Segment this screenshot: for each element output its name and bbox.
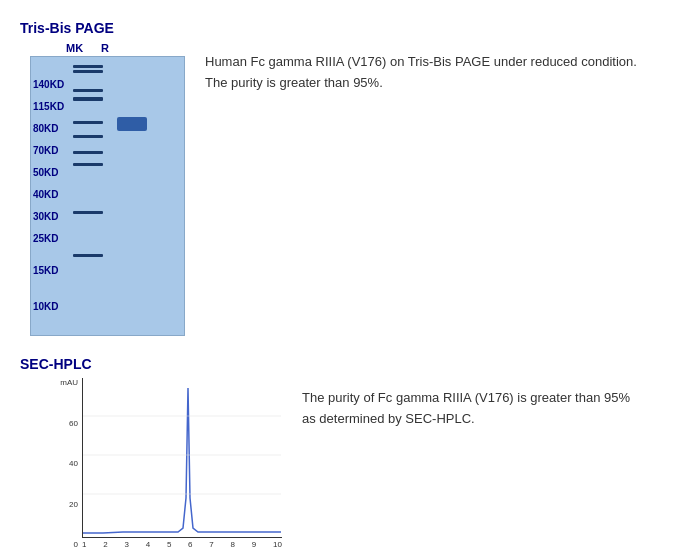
label-70kd: 70KD — [33, 139, 69, 161]
hplc-description-text: The purity of Fc gamma RIIIA (V176) is g… — [302, 388, 643, 430]
gel-image: 140KD 115KD 80KD 70KD 50KD 40KD 30KD 25K… — [30, 56, 185, 336]
tris-bis-title: Tris-Bis PAGE — [20, 20, 663, 36]
mk-band-8 — [73, 163, 103, 166]
x-label-8: 8 — [231, 540, 235, 549]
mk-band-2 — [73, 70, 103, 73]
hplc-peak-line — [83, 388, 281, 533]
mk-band-5 — [73, 121, 103, 124]
mk-band-6 — [73, 135, 103, 138]
x-label-2: 2 — [103, 540, 107, 549]
y-label-40: 40 — [50, 459, 78, 468]
mk-band-4 — [73, 97, 103, 101]
mk-band-7 — [73, 151, 103, 154]
gel-marker-labels: 140KD 115KD 80KD 70KD 50KD 40KD 30KD 25K… — [33, 61, 69, 317]
r-label: R — [101, 42, 109, 54]
label-140kd: 140KD — [33, 73, 69, 95]
label-10kd: 10KD — [33, 295, 69, 317]
page-description-box: Human Fc gamma RIIIA (V176) on Tris-Bis … — [185, 42, 663, 104]
label-25kd: 25KD — [33, 227, 69, 249]
mk-lane — [73, 61, 103, 296]
y-label-20: 20 — [50, 500, 78, 509]
sec-hplc-row: mAU 60 40 20 0 1 — [20, 378, 663, 559]
mk-label: MK — [66, 42, 83, 54]
x-label-5: 5 — [167, 540, 171, 549]
r-lane — [117, 61, 147, 296]
tris-bis-row: MK R 140KD 115KD 80KD 70KD 50KD 40KD 30K… — [20, 42, 663, 336]
hplc-y-axis: mAU 60 40 20 0 — [50, 378, 78, 549]
hplc-description-box: The purity of Fc gamma RIIIA (V176) is g… — [282, 378, 663, 440]
gel-lane-headers: MK R — [30, 42, 109, 54]
mk-band-1 — [73, 65, 103, 68]
x-label-6: 6 — [188, 540, 192, 549]
x-label-3: 3 — [124, 540, 128, 549]
gel-image-container: MK R 140KD 115KD 80KD 70KD 50KD 40KD 30K… — [30, 42, 185, 336]
label-40kd: 40KD — [33, 183, 69, 205]
sec-hplc-section: SEC-HPLC mAU 60 40 20 0 — [20, 356, 663, 559]
label-50kd: 50KD — [33, 161, 69, 183]
r-band-main — [117, 117, 147, 131]
hplc-chart-area — [82, 378, 282, 538]
x-label-4: 4 — [146, 540, 150, 549]
mk-band-9 — [73, 211, 103, 214]
x-label-1: 1 — [82, 540, 86, 549]
hplc-x-axis: 1 2 3 4 5 6 7 8 9 10 — [82, 540, 282, 549]
label-30kd: 30KD — [33, 205, 69, 227]
mk-band-3 — [73, 89, 103, 92]
hplc-chart-wrapper: mAU 60 40 20 0 1 — [50, 378, 282, 559]
label-80kd: 80KD — [33, 117, 69, 139]
y-label-mau: mAU — [50, 378, 78, 387]
x-label-10: 10 — [273, 540, 282, 549]
x-label-9: 9 — [252, 540, 256, 549]
hplc-svg — [83, 378, 281, 536]
label-115kd: 115KD — [33, 95, 69, 117]
page-description-text: Human Fc gamma RIIIA (V176) on Tris-Bis … — [205, 52, 643, 94]
mk-band-10 — [73, 254, 103, 257]
y-label-60: 60 — [50, 419, 78, 428]
sec-hplc-title: SEC-HPLC — [20, 356, 663, 372]
label-15kd: 15KD — [33, 259, 69, 281]
tris-bis-section: Tris-Bis PAGE MK R 140KD 115KD 80KD 70KD… — [20, 20, 663, 336]
y-label-0: 0 — [50, 540, 78, 549]
x-label-7: 7 — [209, 540, 213, 549]
